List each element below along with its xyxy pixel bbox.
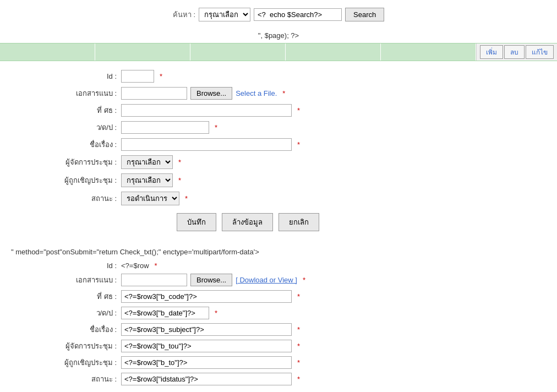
delete-button[interactable]: ลบ <box>504 45 525 59</box>
edit-id-value: <?=$row <box>121 262 149 270</box>
header-cell-3 <box>190 43 286 61</box>
status-label: สถานะ : <box>11 193 121 204</box>
add-form-section: Id : * เอกสารแนบ : Browse... Select a Fi… <box>0 61 495 242</box>
header-cell-5 <box>381 43 476 61</box>
doc-label: เอกสารแนบ : <box>11 88 121 99</box>
organizer-control: กรุณาเลือก * <box>121 155 181 169</box>
subject-input[interactable] <box>121 138 292 151</box>
edit-date-control: * <box>121 307 217 319</box>
status-required: * <box>185 194 188 203</box>
invitee-label: ผู้ถูกเชิญประชุม : <box>11 175 121 186</box>
edit-status-row: สถานะ : * <box>11 373 546 385</box>
subject-required: * <box>297 140 300 149</box>
edit-date-label: ว/ด/ป : <box>11 307 121 319</box>
add-form-buttons: บันทึก ล้างข้อมูล ยกเลิก <box>11 213 484 231</box>
edit-subject-input[interactable] <box>121 323 292 336</box>
add-button[interactable]: เพิ่ม <box>480 45 503 59</box>
doc-filename-input[interactable] <box>121 87 187 100</box>
status-control: รอดำเนินการ * <box>121 192 188 205</box>
doc-control: Browse... Select a File. * <box>121 87 285 100</box>
browse-button[interactable]: Browse... <box>190 87 232 100</box>
edit-organizer-row: ผู้จัดการประชุม : * <box>11 340 546 352</box>
edit-id-row: Id : <?=$row * <box>11 262 546 270</box>
subject-label: ชื่อเรื่อง : <box>11 139 121 150</box>
subject-row: ชื่อเรื่อง : * <box>11 138 484 151</box>
edit-date-row: ว/ด/ป : * <box>11 307 546 319</box>
code-input[interactable] <box>121 104 292 117</box>
save-button[interactable]: บันทึก <box>177 213 216 231</box>
status-select[interactable]: รอดำเนินการ <box>121 192 179 205</box>
id-control: * <box>121 70 162 83</box>
date-required: * <box>215 123 217 132</box>
edit-doc-control: Browse... [ Dowload or View ] * <box>121 274 305 286</box>
select-file-link[interactable]: Select a File. <box>236 89 277 97</box>
organizer-select[interactable]: กรุณาเลือก <box>121 155 173 169</box>
search-select[interactable]: กรุณาเลือก <box>199 8 250 21</box>
edit-code-input[interactable] <box>121 290 292 303</box>
edit-invitee-label: ผู้ถูกเชิญประชุม : <box>11 357 121 368</box>
edit-status-label: สถานะ : <box>11 373 121 385</box>
edit-code-required: * <box>297 292 300 301</box>
code-row: ที่ ศธ : * <box>11 104 484 117</box>
search-input[interactable] <box>254 8 342 21</box>
date-row: ว/ด/ป : * <box>11 121 484 134</box>
edit-invitee-row: ผู้ถูกเชิญประชุม : * <box>11 356 546 369</box>
invitee-control: กรุณาเลือก * <box>121 173 181 187</box>
edit-organizer-required: * <box>297 342 300 350</box>
edit-doc-input[interactable] <box>121 274 187 286</box>
header-cell-4 <box>286 43 381 61</box>
doc-required: * <box>282 89 285 97</box>
search-bar: ค้นหา : กรุณาเลือก Search <box>0 0 557 29</box>
edit-id-required: * <box>155 262 157 270</box>
code-label: ที่ ศธ : <box>11 105 121 116</box>
edit-id-control: <?=$row * <box>121 262 157 270</box>
edit-subject-label: ชื่อเรื่อง : <box>11 324 121 335</box>
search-label: ค้นหา : <box>173 9 195 20</box>
edit-code-label: ที่ ศธ : <box>11 291 121 302</box>
cancel-button[interactable]: ยกเลิก <box>278 213 319 231</box>
code-control: * <box>121 104 300 117</box>
code-required: * <box>297 106 300 115</box>
edit-invitee-control: * <box>121 356 300 369</box>
invitee-row: ผู้ถูกเชิญประชุม : กรุณาเลือก * <box>11 173 484 187</box>
edit-button[interactable]: แก้ไข <box>526 45 554 59</box>
edit-invitee-required: * <box>297 358 300 367</box>
edit-browse-button[interactable]: Browse... <box>190 274 232 286</box>
method-text: " method="post"onSubmit="return Check_tx… <box>11 248 259 256</box>
echo-line: ", $page); ?> <box>0 29 557 43</box>
id-label: Id : <box>11 72 121 80</box>
search-button[interactable]: Search <box>345 8 384 21</box>
edit-id-label: Id : <box>11 262 121 270</box>
header-cell-2 <box>95 43 190 61</box>
organizer-row: ผู้จัดการประชุม : กรุณาเลือก * <box>11 155 484 169</box>
id-input[interactable] <box>121 70 154 83</box>
id-row: Id : * <box>11 70 484 83</box>
edit-organizer-input[interactable] <box>121 340 292 352</box>
edit-status-required: * <box>297 375 300 383</box>
subject-control: * <box>121 138 300 151</box>
status-row: สถานะ : รอดำเนินการ * <box>11 192 484 205</box>
table-header-bar: เพิ่ม ลบ แก้ไข <box>0 43 557 61</box>
download-link[interactable]: [ Dowload or View ] <box>236 276 297 284</box>
edit-code-control: * <box>121 290 300 303</box>
method-line: " method="post"onSubmit="return Check_tx… <box>0 242 557 259</box>
edit-doc-label: เอกสารแนบ : <box>11 274 121 286</box>
edit-subject-row: ชื่อเรื่อง : * <box>11 323 546 336</box>
edit-doc-required: * <box>303 276 305 284</box>
edit-status-control: * <box>121 373 300 385</box>
date-input[interactable] <box>121 121 209 134</box>
invitee-select[interactable]: กรุณาเลือก <box>121 173 173 187</box>
edit-subject-required: * <box>297 325 300 334</box>
doc-row: เอกสารแนบ : Browse... Select a File. * <box>11 87 484 100</box>
header-cell-1 <box>0 43 95 61</box>
edit-code-row: ที่ ศธ : * <box>11 290 546 303</box>
edit-date-input[interactable] <box>121 307 209 319</box>
echo-text: ", $page); ?> <box>258 31 299 40</box>
edit-status-input[interactable] <box>121 373 292 385</box>
date-label: ว/ด/ป : <box>11 122 121 133</box>
date-control: * <box>121 121 217 134</box>
edit-subject-control: * <box>121 323 300 336</box>
edit-invitee-input[interactable] <box>121 356 292 369</box>
organizer-label: ผู้จัดการประชุม : <box>11 156 121 168</box>
clear-button[interactable]: ล้างข้อมูล <box>222 213 273 231</box>
